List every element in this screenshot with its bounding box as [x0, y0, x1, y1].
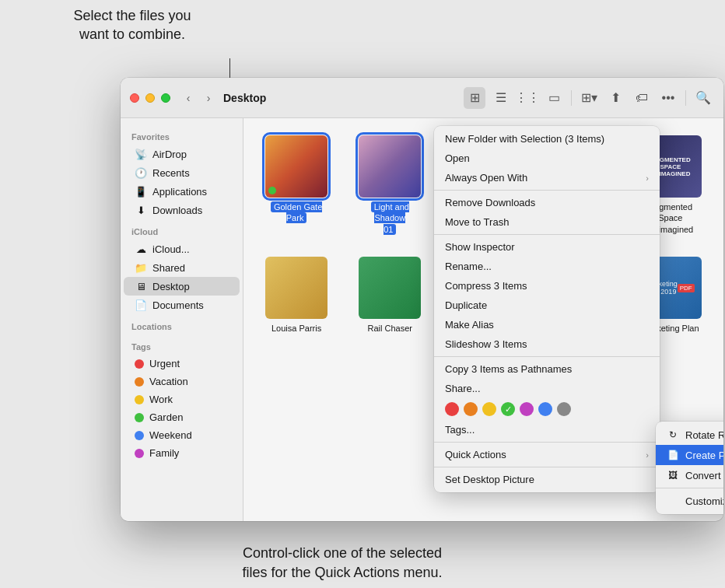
back-button[interactable]: ‹: [180, 89, 197, 107]
menu-item-label: Copy 3 Items as Pathnames: [445, 363, 572, 375]
file-label-rail: Rail Chaser: [368, 323, 412, 334]
nav-buttons: ‹ ›: [180, 89, 217, 107]
grid-view-icon[interactable]: ⊞: [464, 87, 485, 109]
submenu-item-rotate-right[interactable]: ↻ Rotate Right: [656, 425, 723, 445]
tag-color-green[interactable]: ✓: [501, 402, 515, 416]
file-item-light-shadow[interactable]: Light and Shadow01: [349, 131, 430, 240]
tag-color-red[interactable]: [445, 402, 459, 416]
sidebar-item-label: iCloud...: [152, 243, 190, 255]
menu-item-copy-pathnames[interactable]: Copy 3 Items as Pathnames: [434, 359, 660, 379]
title-bar: ‹ › Desktop ⊞ ☰ ⋮⋮ ▭ ⊞▾ ⬆ 🏷 ••• 🔍: [121, 78, 723, 118]
submenu-item-create-pdf[interactable]: 📄 Create PDF: [656, 445, 723, 465]
context-menu: New Folder with Selection (3 Items) Open…: [434, 126, 660, 492]
menu-item-label: Slideshow 3 Items: [445, 338, 527, 350]
quick-actions-submenu: ↻ Rotate Right 📄 Create PDF 🖼 Convert Im…: [656, 422, 723, 514]
file-label-light-shadow: Light and Shadow01: [355, 201, 425, 235]
menu-item-duplicate[interactable]: Duplicate: [434, 296, 660, 315]
menu-item-compress[interactable]: Compress 3 Items: [434, 276, 660, 296]
menu-item-label: Compress 3 Items: [445, 280, 527, 292]
urgent-tag-dot: [135, 359, 144, 369]
search-icon[interactable]: 🔍: [692, 87, 714, 109]
shared-icon: 📁: [135, 261, 147, 274]
gallery-view-icon[interactable]: ▭: [543, 87, 565, 109]
menu-item-set-desktop[interactable]: Set Desktop Picture: [434, 470, 660, 489]
menu-item-remove-downloads[interactable]: Remove Downloads: [434, 193, 660, 212]
tag-color-gray[interactable]: [557, 402, 571, 416]
sidebar-item-garden[interactable]: Garden: [124, 408, 240, 426]
sidebar-item-family[interactable]: Family: [124, 444, 240, 462]
tag-color-purple[interactable]: [520, 402, 534, 416]
sidebar-item-airdrop[interactable]: 📡 AirDrop: [124, 145, 240, 163]
sidebar-item-shared[interactable]: 📁 Shared: [124, 258, 240, 277]
airdrop-icon: 📡: [135, 148, 147, 160]
sidebar-item-desktop[interactable]: 🖥 Desktop: [124, 277, 240, 296]
rotate-right-icon: ↻: [667, 429, 679, 441]
menu-arrow: ›: [646, 173, 649, 183]
desktop-icon: 🖥: [135, 280, 147, 292]
maximize-button[interactable]: [161, 93, 170, 103]
menu-item-quick-actions[interactable]: Quick Actions ›: [434, 445, 660, 464]
sidebar-item-vacation[interactable]: Vacation: [124, 373, 240, 390]
forward-button[interactable]: ›: [200, 89, 217, 107]
menu-item-label: Make Alias: [445, 319, 494, 331]
vacation-tag-dot: [135, 377, 144, 387]
close-button[interactable]: [130, 93, 139, 103]
tag-color-blue[interactable]: [538, 402, 552, 416]
submenu-item-customize[interactable]: Customize...: [656, 491, 723, 511]
sidebar-item-work[interactable]: Work: [124, 390, 240, 408]
menu-item-make-alias[interactable]: Make Alias: [434, 315, 660, 334]
sidebar-item-icloud[interactable]: ☁ iCloud...: [124, 240, 240, 258]
sidebar-item-label: Shared: [152, 262, 185, 274]
menu-item-open[interactable]: Open: [434, 149, 660, 168]
locations-section-title: Locations: [121, 314, 243, 334]
menu-item-slideshow[interactable]: Slideshow 3 Items: [434, 334, 660, 354]
menu-item-label: Share...: [445, 383, 481, 394]
sidebar-item-downloads[interactable]: ⬇ Downloads: [124, 201, 240, 219]
menu-separator-2: [434, 234, 660, 235]
submenu-item-convert-image[interactable]: 🖼 Convert Image: [656, 465, 723, 485]
sidebar-item-documents[interactable]: 📄 Documents: [124, 296, 240, 314]
sidebar-item-label: Applications: [152, 186, 207, 198]
menu-item-move-trash[interactable]: Move to Trash: [434, 212, 660, 232]
sidebar-item-urgent[interactable]: Urgent: [124, 355, 240, 373]
file-thumb-louisa: [265, 257, 327, 319]
file-item-golden[interactable]: Golden GatePark: [256, 131, 337, 240]
share-icon[interactable]: ⬆: [604, 87, 626, 109]
icloud-section-title: iCloud: [121, 219, 243, 240]
documents-icon: 📄: [135, 299, 147, 311]
minimize-button[interactable]: [145, 93, 155, 103]
menu-item-label: Show Inspector: [445, 241, 515, 253]
menu-item-new-folder[interactable]: New Folder with Selection (3 Items): [434, 129, 660, 149]
sidebar-item-label: Weekend: [149, 429, 192, 441]
tag-icon[interactable]: 🏷: [631, 87, 653, 109]
column-view-icon[interactable]: ⋮⋮: [517, 87, 538, 109]
garden-tag-dot: [135, 413, 144, 422]
list-view-icon[interactable]: ☰: [490, 87, 512, 109]
menu-item-label: Always Open With: [445, 172, 527, 184]
group-icon[interactable]: ⊞▾: [578, 87, 600, 109]
convert-image-icon: 🖼: [667, 469, 679, 481]
tag-colors-row: ✓: [434, 398, 660, 420]
recents-icon: 🕐: [135, 166, 147, 179]
content-area: Favorites 📡 AirDrop 🕐 Recents 📱 Applicat…: [121, 118, 723, 521]
sidebar-item-weekend[interactable]: Weekend: [124, 426, 240, 444]
icloud-icon: ☁: [135, 243, 147, 255]
sidebar-item-recents[interactable]: 🕐 Recents: [124, 163, 240, 182]
file-label-louisa: Louisa Parris: [271, 323, 321, 334]
file-item-louisa[interactable]: Louisa Parris: [256, 252, 337, 350]
sidebar-item-label: Documents: [152, 299, 204, 311]
menu-item-rename[interactable]: Rename...: [434, 257, 660, 276]
tag-color-yellow[interactable]: [482, 402, 496, 416]
file-thumb-light-shadow: [359, 135, 421, 198]
menu-item-label: Set Desktop Picture: [445, 474, 534, 485]
more-icon[interactable]: •••: [657, 87, 679, 109]
menu-item-always-open[interactable]: Always Open With ›: [434, 168, 660, 187]
weekend-tag-dot: [135, 431, 144, 440]
sidebar-item-applications[interactable]: 📱 Applications: [124, 182, 240, 201]
tag-color-orange[interactable]: [464, 402, 478, 416]
menu-item-show-inspector[interactable]: Show Inspector: [434, 237, 660, 257]
menu-item-share[interactable]: Share...: [434, 379, 660, 398]
file-item-rail[interactable]: Rail Chaser: [349, 252, 430, 350]
menu-item-tags[interactable]: Tags...: [434, 420, 660, 439]
applications-icon: 📱: [135, 185, 147, 198]
